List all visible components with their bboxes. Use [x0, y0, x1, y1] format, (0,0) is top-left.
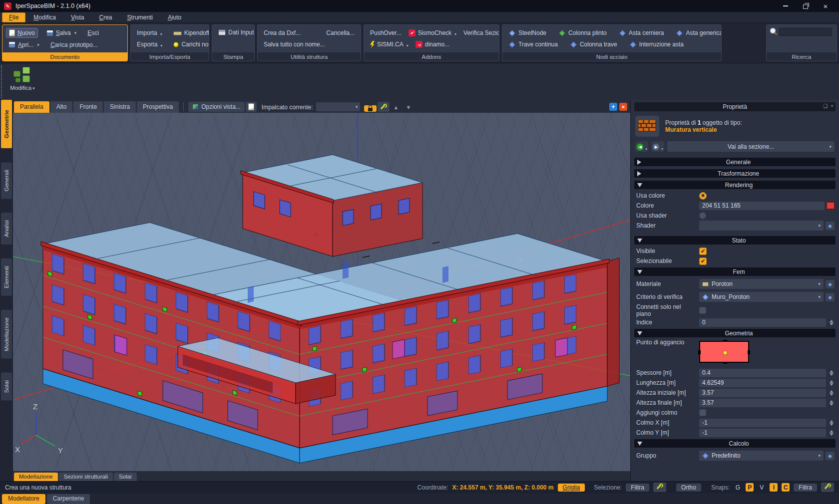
snap-settings-button[interactable] — [821, 483, 834, 492]
interruzione-asta-button[interactable]: Interruzione asta — [627, 40, 686, 49]
altezza-finale-spinner[interactable] — [828, 400, 835, 406]
menu-modifica[interactable]: Modifica — [26, 12, 63, 22]
bottomtab-solai[interactable]: Solai — [114, 473, 137, 481]
section-fem[interactable]: Fem — [634, 267, 836, 276]
back-button[interactable]: ◀▾ — [635, 141, 648, 152]
cancella-button[interactable]: Cancella... — [324, 28, 357, 37]
section-calcolo[interactable]: Calcolo — [634, 439, 836, 448]
indice-spinner[interactable] — [828, 320, 835, 325]
sismocheck-dropdown-icon[interactable]: ▾ — [454, 32, 456, 36]
lock-button[interactable] — [364, 105, 377, 112]
level-down-button[interactable]: ▼ — [403, 103, 414, 112]
sismica-dropdown-icon[interactable]: ▾ — [407, 43, 409, 48]
esci-button[interactable]: Esci — [85, 28, 101, 37]
view-sheet-button[interactable] — [246, 102, 257, 112]
sidetab-modellazione[interactable]: Modellazione — [1, 310, 12, 359]
settings-button[interactable] — [378, 102, 390, 112]
trave-continua-button[interactable]: Trave continua — [506, 40, 560, 49]
toolbar-grip[interactable] — [1, 65, 2, 98]
viewtab-parallela[interactable]: Parallela — [14, 101, 49, 113]
forward-button[interactable]: ▶▾ — [651, 141, 664, 152]
menu-vista[interactable]: Vista — [64, 12, 91, 22]
sismocheck-button[interactable]: SismoCheck▾ — [406, 28, 459, 37]
lunghezza-field[interactable]: 4.62549 — [699, 379, 826, 387]
asta-generica-button[interactable]: Asta generica — [673, 28, 722, 37]
shader-edit-button[interactable] — [826, 222, 835, 230]
griglia-button[interactable]: Griglia — [558, 484, 585, 492]
section-generale[interactable]: Generale — [634, 158, 836, 166]
opzioni-vista-button[interactable]: Opzioni vista... — [188, 102, 245, 112]
colmo-y-spinner[interactable] — [828, 430, 835, 436]
criterio-edit-button[interactable] — [826, 293, 835, 301]
section-geometria[interactable]: Geometria — [634, 329, 836, 337]
section-stato[interactable]: Stato — [634, 236, 836, 245]
anchor-point-widget[interactable] — [699, 341, 749, 363]
esporta-dropdown-icon[interactable]: ▾ — [160, 43, 162, 48]
anchor-dot[interactable] — [723, 351, 727, 355]
salva-button[interactable]: Salva▾ — [44, 28, 79, 37]
snap-c[interactable]: C — [782, 483, 790, 492]
dati-input-button[interactable]: Dati Input — [216, 28, 251, 37]
apri-button[interactable]: Apri...▾ — [6, 40, 42, 49]
indice-field[interactable]: 0 — [699, 318, 826, 327]
aggiungi-colmo-checkbox[interactable] — [699, 409, 706, 416]
sidetab-elementi[interactable]: Elementi — [1, 258, 12, 296]
search-input[interactable] — [779, 28, 832, 36]
carichi-nodali-button[interactable]: Carichi nodali — [171, 40, 209, 49]
usa-colore-toggle[interactable] — [699, 192, 707, 200]
carica-prototipo-button[interactable]: Carica prototipo... — [48, 40, 100, 49]
gruppo-dropdown[interactable]: Predefinito▾ — [699, 451, 824, 461]
colonna-plinto-button[interactable]: Colonna plinto — [556, 28, 609, 37]
colore-field[interactable]: 204 51 51 165 — [699, 202, 825, 210]
menu-crea[interactable]: Crea — [92, 12, 119, 22]
colmo-x-spinner[interactable] — [828, 420, 835, 426]
snap-g[interactable]: G — [734, 483, 742, 492]
add-view-button[interactable]: + — [609, 103, 617, 111]
tab-carpenterie[interactable]: Carpenterie — [47, 494, 90, 504]
ortho-button[interactable]: Ortho — [676, 484, 701, 492]
viewtab-prospettiva[interactable]: Prospettiva — [137, 101, 179, 113]
steelnode-button[interactable]: SteelNode — [506, 28, 549, 37]
minimize-button[interactable] — [782, 3, 789, 9]
snap-p[interactable]: P — [746, 483, 754, 492]
viewtab-alto[interactable]: Alto — [50, 101, 73, 113]
menu-strumenti[interactable]: Strumenti — [120, 12, 160, 22]
selezione-settings-button[interactable] — [653, 483, 666, 492]
spessore-field[interactable]: 0.4 — [699, 369, 826, 377]
float-panel-icon[interactable]: ❏ — [823, 103, 828, 109]
bottomtab-modellazione[interactable]: Modellazione — [14, 473, 58, 481]
modifica-dropdown-icon[interactable]: ▾ — [32, 86, 35, 91]
esporta-button[interactable]: Esporta▾ — [134, 40, 165, 49]
visibile-checkbox[interactable] — [699, 248, 707, 255]
sidetab-generali[interactable]: Generali — [1, 162, 12, 199]
impalcato-dropdown-icon[interactable]: ▾ — [356, 104, 358, 109]
modifica-tool-button[interactable]: Modifica▾ — [6, 65, 39, 92]
close-panel-icon[interactable]: × — [831, 103, 834, 109]
asta-cerniera-button[interactable]: Asta cerniera — [616, 28, 667, 37]
close-button[interactable]: × — [822, 3, 829, 9]
altezza-finale-field[interactable]: 3.57 — [699, 399, 826, 407]
bottomtab-sezioni[interactable]: Sezioni strutturali — [59, 473, 113, 481]
lunghezza-spinner[interactable] — [828, 380, 835, 386]
snap-i[interactable]: I — [770, 483, 778, 492]
salva-dropdown-icon[interactable]: ▾ — [74, 30, 77, 35]
pushover-button[interactable]: PushOver... — [368, 28, 404, 37]
color-swatch[interactable] — [827, 202, 835, 209]
colonna-trave-button[interactable]: Colonna trave — [567, 40, 620, 49]
menu-aiuto[interactable]: Aiuto — [161, 12, 188, 22]
materiale-edit-button[interactable] — [826, 280, 835, 288]
close-view-button[interactable]: × — [619, 103, 627, 111]
colmo-x-field[interactable]: -1 — [699, 419, 826, 427]
materiale-dropdown[interactable]: Poroton▾ — [699, 279, 824, 289]
menu-file[interactable]: File — [2, 12, 25, 22]
impalcato-select[interactable]: ▾ — [316, 102, 360, 111]
selezionabile-checkbox[interactable] — [699, 257, 707, 265]
nuovo-button[interactable]: Nuovo — [6, 28, 38, 38]
verifica-sezioni-button[interactable]: Verifica Sezioni... — [461, 28, 499, 37]
selezione-filtra-button[interactable]: Filtra — [626, 484, 649, 492]
snap-v[interactable]: V — [758, 483, 766, 492]
shader-dropdown[interactable]: ▾ — [699, 221, 824, 231]
model-canvas[interactable]: -X Z X Y — [13, 113, 630, 471]
spessore-spinner[interactable] — [828, 370, 835, 376]
restore-button[interactable] — [802, 3, 809, 9]
